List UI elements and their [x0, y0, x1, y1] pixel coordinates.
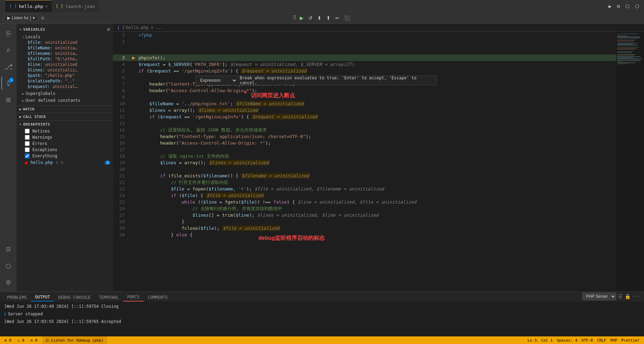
- var-file[interactable]: $file: uninitialized: [17, 40, 113, 45]
- bp-exceptions-checkbox[interactable]: [25, 147, 30, 152]
- sidebar-item-git[interactable]: ⎇: [1, 60, 15, 73]
- comments-tab-label: COMMENTS: [148, 295, 168, 300]
- tab-ports[interactable]: PORTS: [123, 293, 144, 302]
- bp-notices-checkbox[interactable]: [25, 129, 30, 134]
- var-filename-upper[interactable]: $fileName: uninitia…: [17, 45, 113, 51]
- watch-header[interactable]: ▶ WATCH: [17, 106, 113, 113]
- bp-count-badge: 3: [105, 161, 110, 165]
- breadcrumb-php-icon: { }: [117, 25, 125, 30]
- more-icon[interactable]: ⬡: [634, 3, 641, 10]
- var-fullpath[interactable]: $fullPath: "D:\othe…: [17, 56, 113, 62]
- restart-button[interactable]: ↩: [334, 14, 341, 22]
- execution-arrow-icon: ▶: [132, 55, 135, 61]
- expression-type-select[interactable]: Expression: [196, 76, 237, 85]
- code-line-10: 10 $fileName = '../php/nginx.txt'; $file…: [113, 100, 616, 107]
- code-line-27: 27 $lines[] = trim($line); $lines = unin…: [113, 212, 616, 218]
- panel-more-icon[interactable]: ···: [633, 294, 641, 299]
- stop-button[interactable]: ⬛: [343, 14, 352, 22]
- ln-col-text: Ln 3, Col 1: [528, 338, 553, 343]
- tab-close-hello-php[interactable]: ×: [45, 4, 48, 9]
- locals-header[interactable]: ▾ Locals: [17, 34, 113, 40]
- panel-menu-icon[interactable]: ☰: [618, 294, 623, 299]
- listen-button[interactable]: ▶ Listen for } ▾: [3, 14, 39, 21]
- step-over-button[interactable]: ↺: [307, 14, 314, 22]
- step-out-button[interactable]: ⬆: [325, 14, 332, 22]
- listen-play-icon: ▶: [7, 16, 10, 20]
- panel-line-2: [Wed Jun 26 17:03:55 2024] [::1]:59765 A…: [4, 318, 640, 325]
- status-ln-col[interactable]: Ln 3, Col 1: [526, 338, 554, 343]
- status-warnings[interactable]: ⚠ 0: [16, 338, 26, 343]
- tab-terminal[interactable]: TERMINAL: [95, 294, 123, 302]
- sidebar-item-search[interactable]: ⌕: [1, 43, 15, 57]
- sidebar-item-remote[interactable]: ⊡: [1, 242, 15, 256]
- status-formatter[interactable]: Prettier: [620, 338, 641, 343]
- bp-edit-icon[interactable]: ✎: [55, 160, 58, 165]
- server-selector[interactable]: PHP Server: [582, 293, 616, 300]
- gear-icon[interactable]: ⚙: [41, 15, 44, 21]
- status-encoding[interactable]: UTF-8: [580, 338, 595, 343]
- call-stack-chevron-icon: ▶: [19, 115, 22, 119]
- split-icon[interactable]: ⊟: [616, 3, 621, 10]
- status-language[interactable]: PHP: [609, 338, 619, 343]
- status-eol[interactable]: CRLF: [595, 338, 608, 343]
- run-icon[interactable]: ▶: [607, 3, 613, 10]
- eol-text: CRLF: [597, 338, 606, 343]
- breakpoints-header[interactable]: ▾ BREAKPOINTS: [17, 121, 113, 128]
- status-errors[interactable]: ⊗ 0: [3, 338, 13, 343]
- code-line-4: 4 $request = $_SERVER['PATH_INFO']; $req…: [113, 61, 616, 68]
- bp-close-icon[interactable]: ×: [61, 160, 63, 165]
- sidebar-item-debug[interactable]: ⧲ 1: [1, 76, 15, 90]
- status-spaces[interactable]: Spaces: 4: [555, 338, 579, 343]
- var-relativepath[interactable]: $relativePath: "..": [17, 78, 113, 84]
- debug-console-tab-label: DEBUG CONSOLE: [58, 295, 91, 300]
- call-stack-section: ▶ CALL STACK: [17, 113, 113, 120]
- watch-title: WATCH: [23, 107, 34, 111]
- sidebar-item-settings[interactable]: ⚙: [1, 275, 15, 289]
- code-line-11: 11 $lines = array(); $lines = uninitiali…: [113, 107, 616, 114]
- bp-file-name[interactable]: hello.php: [30, 160, 53, 165]
- copy-icon[interactable]: ⊞: [107, 27, 110, 32]
- var-lines[interactable]: $lines: uninitializ…: [17, 67, 113, 73]
- bp-exceptions: Exceptions: [17, 147, 113, 153]
- bp-exceptions-label: Exceptions: [32, 147, 57, 152]
- code-line-12: 12 if ($request == '/getNginxLogInfo') {…: [113, 114, 616, 120]
- code-line-18: 18 // 读取 nginx.txt 文件的内容: [113, 153, 616, 159]
- code-editor[interactable]: Expression Break when expression evaluat…: [113, 32, 616, 292]
- sidebar-item-accounts[interactable]: ◯: [1, 258, 15, 272]
- status-no-breakpoints[interactable]: ⊘ 0: [29, 338, 39, 343]
- panel-lock-icon[interactable]: 🔒: [625, 294, 631, 299]
- tab-launch-json[interactable]: { } launch.json: [52, 0, 99, 12]
- tab-debug-console[interactable]: DEBUG CONSOLE: [54, 294, 95, 302]
- bp-errors-checkbox[interactable]: [25, 141, 30, 146]
- variables-section: ▾ VARIABLES ⊞ ▾ Locals $file: uninitiali…: [17, 24, 113, 105]
- sidebar-item-explorer[interactable]: ⎘: [1, 27, 15, 40]
- explorer-icon[interactable]: ⬡: [624, 3, 631, 10]
- bp-everything-checkbox[interactable]: [25, 154, 30, 158]
- user-defined-header[interactable]: ▶ User defined constants: [17, 98, 113, 103]
- call-stack-header[interactable]: ▶ CALL STACK: [17, 113, 113, 120]
- code-line-13: 13: [113, 120, 616, 127]
- step-into-button[interactable]: ⬇: [316, 14, 323, 22]
- bp-warnings: Warnings: [17, 134, 113, 140]
- tab-problems[interactable]: PROBLEMS: [3, 294, 31, 302]
- var-line[interactable]: $line: uninitialized: [17, 62, 113, 67]
- formatter-text: Prettier: [621, 338, 640, 343]
- tab-comments[interactable]: COMMENTS: [144, 294, 172, 302]
- bp-errors-label: Errors: [32, 141, 47, 146]
- superglobals-header[interactable]: ▶ Superglobals: [17, 91, 113, 96]
- watch-section: ▶ WATCH: [17, 105, 113, 113]
- status-listen-button[interactable]: ☷ Listen for Xdebug (php): [42, 336, 107, 344]
- tab-output[interactable]: OUTPUT: [31, 293, 54, 302]
- var-path[interactable]: $path: "/hello.php": [17, 73, 113, 78]
- user-defined-chevron-icon: ▶: [22, 99, 24, 102]
- var-filename-lower[interactable]: $filename: uninitia…: [17, 51, 113, 56]
- variables-header[interactable]: ▾ VARIABLES ⊞: [17, 25, 113, 33]
- var-request[interactable]: $request: uninitial…: [17, 84, 113, 89]
- expression-dropdown: Expression Break when expression evaluat…: [196, 76, 437, 85]
- tab-hello-php[interactable]: { } hello.php ×: [5, 0, 52, 12]
- sidebar-item-extensions[interactable]: ⊞: [1, 93, 15, 107]
- drag-handle-icon: ⠿: [293, 14, 297, 21]
- bp-notices: Notices: [17, 128, 113, 134]
- continue-button[interactable]: ▶: [298, 14, 305, 22]
- bp-warnings-checkbox[interactable]: [25, 135, 30, 140]
